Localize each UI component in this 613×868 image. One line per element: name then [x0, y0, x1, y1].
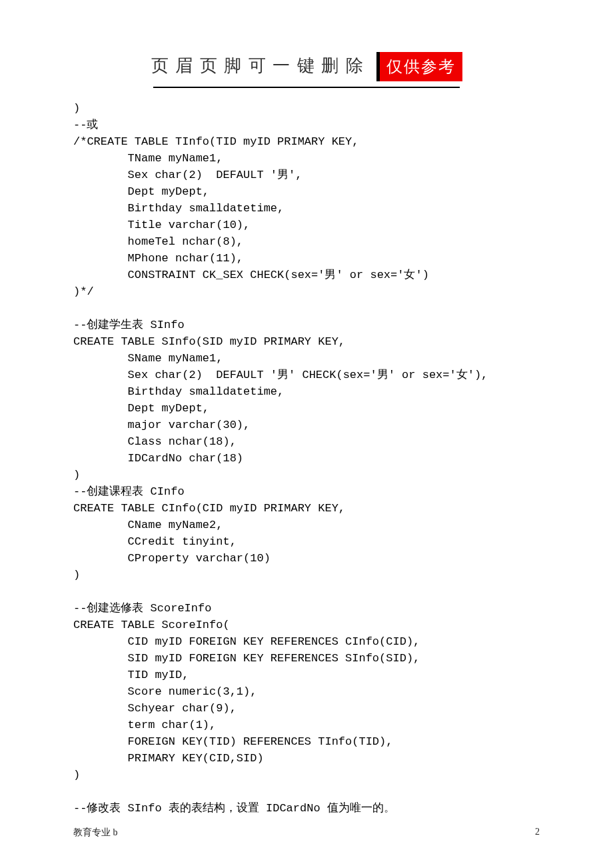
- page-number: 2: [535, 827, 540, 839]
- page-footer: 教育专业 b 2: [73, 827, 540, 839]
- header-title: 页 眉 页 脚 可 一 键 删 除: [151, 52, 364, 81]
- page-header: 页 眉 页 脚 可 一 键 删 除 仅供参考: [73, 52, 540, 81]
- reference-only-stamp: 仅供参考: [376, 52, 462, 81]
- footer-left-text: 教育专业 b: [73, 827, 118, 839]
- header-divider: [153, 87, 460, 88]
- sql-code-block: ) --或 /*CREATE TABLE TInfo(TID myID PRIM…: [73, 100, 540, 817]
- document-page: 页 眉 页 脚 可 一 键 删 除 仅供参考 ) --或 /*CREATE TA…: [0, 0, 613, 868]
